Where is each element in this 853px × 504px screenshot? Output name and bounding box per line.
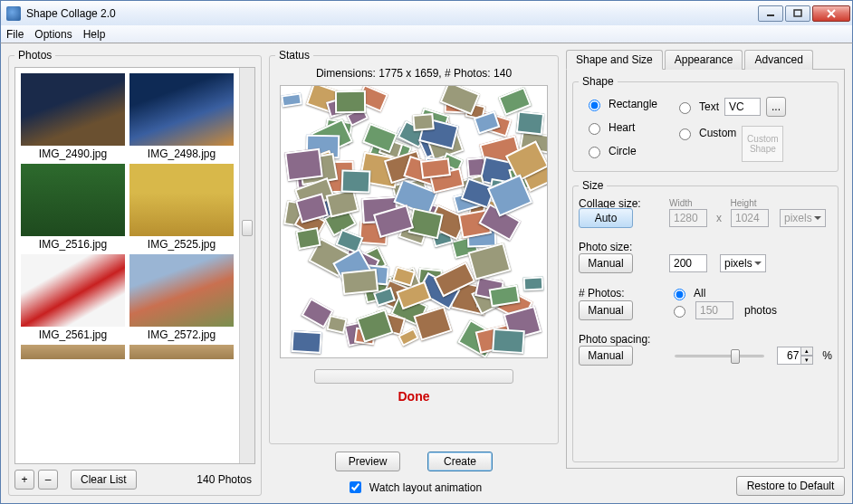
- remove-photo-button[interactable]: –: [38, 470, 58, 490]
- restore-default-button[interactable]: Restore to Default: [736, 476, 845, 496]
- shape-text-row: Text ...: [675, 97, 786, 117]
- shape-circle[interactable]: Circle: [584, 144, 664, 158]
- photos-legend: Photos: [14, 49, 55, 62]
- photos-scrollbar[interactable]: [239, 68, 254, 463]
- shape-text-radio[interactable]: [679, 102, 691, 114]
- collage-tile: [335, 90, 367, 113]
- watch-checkbox[interactable]: [350, 481, 361, 493]
- watch-row: Watch layout animation: [269, 479, 559, 496]
- shape-text[interactable]: Text: [675, 100, 719, 114]
- photo-size-unit-select[interactable]: pixels: [720, 254, 766, 272]
- shape-text-browse-button[interactable]: ...: [766, 97, 786, 117]
- app-icon: [6, 6, 21, 21]
- collage-tile: [340, 269, 378, 295]
- photo-thumb[interactable]: IMG_2561.jpg: [21, 254, 125, 341]
- shape-custom[interactable]: Custom: [675, 126, 736, 140]
- thumb-caption: IMG_2516.jpg: [21, 236, 125, 251]
- tab-appearance[interactable]: Appearance: [665, 50, 743, 70]
- spinner-up[interactable]: ▴: [800, 347, 813, 356]
- window-buttons: [756, 5, 850, 22]
- menubar: File Options Help: [0, 25, 853, 43]
- shape-row: Rectangle Heart Circle Text ... Custom C…: [579, 93, 832, 166]
- preview-button[interactable]: Preview: [335, 452, 400, 471]
- spacing-slider[interactable]: [675, 347, 764, 365]
- photo-thumb[interactable]: IMG_2525.jpg: [129, 164, 234, 251]
- collage-tile: [412, 113, 434, 131]
- titlebar: Shape Collage 2.0: [0, 0, 853, 25]
- collage-tile: [326, 315, 348, 334]
- menu-file[interactable]: File: [6, 28, 24, 41]
- photo-size-input[interactable]: [669, 254, 707, 272]
- custom-shape-well[interactable]: CustomShape: [742, 126, 783, 162]
- progress-bar: [314, 369, 513, 384]
- clear-list-button[interactable]: Clear List: [71, 470, 137, 490]
- collage-auto-button[interactable]: Auto: [579, 208, 633, 228]
- photo-size-manual-button[interactable]: Manual: [579, 253, 633, 273]
- minimize-button[interactable]: [758, 5, 783, 22]
- thumb-image: [21, 164, 125, 236]
- shape-col-right: Text ... Custom CustomShape: [669, 93, 791, 166]
- thumb-caption: IMG_2498.jpg: [129, 146, 234, 160]
- thumb-caption: IMG_2490.jpg: [21, 146, 125, 160]
- shape-rectangle-label: Rectangle: [609, 98, 657, 110]
- thumb-caption: IMG_2525.jpg: [129, 236, 234, 251]
- maximize-button[interactable]: [785, 5, 810, 22]
- shape-col-left: Rectangle Heart Circle: [579, 93, 669, 166]
- size-group: Size Collage size: WidthHeight Auto x pi…: [572, 179, 839, 462]
- photos-list[interactable]: IMG_2490.jpgIMG_2498.jpgIMG_2516.jpgIMG_…: [14, 67, 255, 464]
- photo-thumb[interactable]: IMG_2490.jpg: [21, 73, 125, 160]
- collage-tile: [515, 111, 544, 135]
- scrollbar-handle[interactable]: [242, 220, 253, 236]
- nphotos-all-label: All: [694, 287, 705, 300]
- add-photo-button[interactable]: +: [14, 470, 34, 490]
- collage-height-input[interactable]: [731, 209, 769, 227]
- shape-custom-radio[interactable]: [679, 128, 691, 140]
- collage-unit-select[interactable]: pixels: [780, 209, 826, 227]
- shape-group: Shape Rectangle Heart Circle Text ...: [572, 75, 839, 172]
- collage-tile: [281, 93, 302, 108]
- spacing-label: Photo spacing:: [579, 333, 650, 346]
- menu-options[interactable]: Options: [34, 28, 72, 41]
- photo-thumb[interactable]: IMG_2498.jpg: [129, 73, 234, 160]
- status-group: Status Dimensions: 1775 x 1659, # Photos…: [269, 49, 559, 444]
- menu-help[interactable]: Help: [83, 28, 106, 41]
- collage-width-input[interactable]: [669, 209, 707, 227]
- photo-thumb[interactable]: [129, 345, 234, 359]
- nphotos-all-radio[interactable]: [674, 289, 685, 300]
- nphotos-input[interactable]: [695, 301, 733, 319]
- collage-tile: [420, 157, 451, 179]
- thumb-image: [21, 254, 125, 327]
- shape-rectangle[interactable]: Rectangle: [584, 97, 664, 111]
- shape-custom-row: Custom CustomShape: [675, 126, 786, 162]
- slider-track: [675, 355, 764, 357]
- shape-heart-radio[interactable]: [589, 123, 600, 135]
- photo-thumb[interactable]: IMG_2516.jpg: [21, 164, 125, 251]
- nphotos-count[interactable]: [669, 303, 688, 318]
- photos-group: Photos IMG_2490.jpgIMG_2498.jpgIMG_2516.…: [8, 49, 262, 496]
- spacing-manual-button[interactable]: Manual: [579, 346, 633, 366]
- spacing-input[interactable]: [777, 347, 800, 365]
- tab-advanced[interactable]: Advanced: [744, 50, 812, 70]
- spacing-row: Manual ▴ ▾ %: [579, 346, 832, 366]
- tabs: Shape and Size Appearance Advanced: [566, 49, 845, 69]
- nphotos-manual-button[interactable]: Manual: [579, 300, 633, 320]
- collage-tile: [523, 276, 544, 290]
- slider-knob[interactable]: [731, 349, 740, 364]
- photo-thumb[interactable]: IMG_2572.jpg: [129, 254, 234, 341]
- close-button[interactable]: [812, 5, 850, 22]
- shape-legend: Shape: [579, 75, 618, 88]
- create-button[interactable]: Create: [427, 452, 493, 471]
- shape-heart[interactable]: Heart: [584, 120, 664, 135]
- shape-circle-radio[interactable]: [589, 147, 600, 158]
- nphotos-all[interactable]: All: [669, 286, 705, 300]
- photos-panel: Photos IMG_2490.jpgIMG_2498.jpgIMG_2516.…: [8, 49, 262, 496]
- nphotos-count-radio[interactable]: [674, 306, 685, 318]
- window-title: Shape Collage 2.0: [26, 7, 756, 20]
- shape-rectangle-radio[interactable]: [589, 100, 600, 111]
- spinner-down[interactable]: ▾: [800, 356, 813, 365]
- tab-shape-size[interactable]: Shape and Size: [566, 50, 663, 70]
- shape-text-input[interactable]: [724, 98, 761, 116]
- spinner-buttons: ▴ ▾: [800, 347, 813, 365]
- status-legend: Status: [275, 49, 313, 62]
- photo-thumb[interactable]: [21, 345, 125, 359]
